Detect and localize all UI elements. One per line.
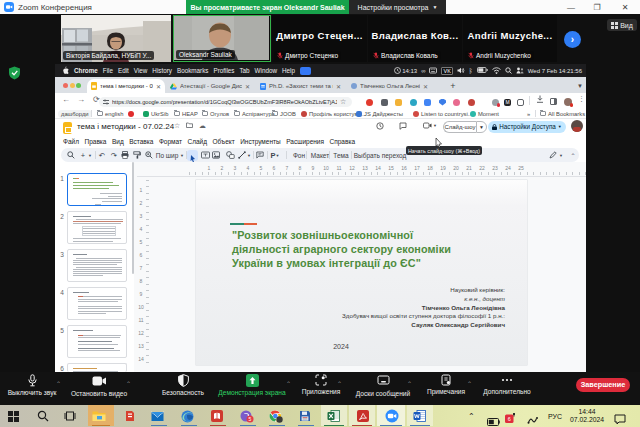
mac-menu-bookmarks[interactable]: Bookmarks	[177, 67, 209, 74]
tab-presentation[interactable]: тема і методики - 07.02.24 ✕	[87, 79, 165, 93]
acrobat-icon[interactable]	[355, 409, 370, 424]
ext-m-icon[interactable]: M	[504, 99, 511, 106]
share-settings-button[interactable]: Настройки Доступа ▼	[488, 121, 566, 134]
tab-close-icon[interactable]: ✕	[423, 83, 428, 90]
chrome-menu-icon[interactable]: ⋮	[578, 95, 585, 103]
mac-datetime[interactable]: Wed 7 Feb 14:21:56	[528, 68, 582, 74]
paint-format-icon[interactable]	[132, 148, 142, 162]
menu-slide[interactable]: Слайд	[187, 138, 207, 145]
bookmark-folder-aspirantura[interactable]: Аспірантура	[234, 110, 275, 118]
laser-chevron[interactable]: ▼	[558, 148, 564, 162]
tray-update-icon[interactable]: 6	[505, 410, 517, 427]
ext-keyboard-icon[interactable]	[381, 99, 388, 106]
comment-tool-icon[interactable]	[255, 148, 265, 162]
mac-wifi-icon[interactable]	[492, 67, 501, 75]
stop-video-button[interactable]: Остановить видео	[70, 374, 128, 397]
slide-year[interactable]: 2024	[326, 343, 356, 350]
bookmark-folder-english[interactable]: english	[97, 110, 123, 118]
slide-thumbnail-4[interactable]	[67, 287, 127, 320]
tray-link-icon[interactable]	[527, 411, 539, 427]
mac-menu-view[interactable]: View	[134, 67, 148, 74]
start-button[interactable]	[6, 409, 21, 424]
format-paint-dropdown[interactable]: Р▼	[269, 148, 281, 162]
new-slide-chevron[interactable]: ▼	[87, 148, 93, 162]
share-chevron[interactable]: ⌃	[286, 380, 291, 387]
viber-icon[interactable]: 5	[239, 409, 254, 424]
video-chevron[interactable]: ⌃	[126, 380, 131, 387]
mac-menu-chrome[interactable]: Chrome	[74, 67, 98, 74]
menu-file[interactable]: Файл	[63, 138, 79, 145]
slide-thumbnail-3[interactable]	[67, 249, 127, 282]
vk-icon[interactable]: VK	[441, 67, 452, 75]
zoom-chevron[interactable]: ▼	[179, 148, 185, 162]
tab-timchenko[interactable]: Тімченко Ольга Леонідівн ✕	[347, 79, 432, 93]
taskbar-red-app-icon[interactable]	[122, 409, 137, 424]
notes-chevron[interactable]: ⌃	[467, 380, 472, 387]
menu-view[interactable]: Вид	[112, 138, 124, 145]
filmstrip-scrollbar[interactable]	[132, 162, 135, 274]
chrome-taskbar-icon[interactable]	[268, 409, 283, 424]
meeting-security-shield-icon[interactable]	[8, 66, 21, 84]
mac-menu-history[interactable]: History	[152, 67, 172, 74]
mac-menu-file[interactable]: File	[103, 67, 113, 74]
participant-video-dmytro[interactable]: Дмитро Стецен... Дмитро Стеценко	[272, 15, 367, 62]
bookmark-folder-ogulov[interactable]: Огулов	[202, 110, 229, 118]
tab-search-chevron[interactable]: ▼	[575, 80, 585, 92]
undo-icon[interactable]: ↶	[97, 148, 107, 162]
all-bookmarks-button[interactable]: All Bookmarks	[540, 110, 585, 118]
line-tool-chevron[interactable]: ▼	[246, 148, 252, 162]
move-folder-icon[interactable]	[186, 122, 193, 129]
mute-button[interactable]: Выключить звук	[8, 374, 56, 396]
url-field[interactable]: https://docs.google.com/presentation/d/1…	[99, 97, 352, 107]
onenote-book-icon[interactable]	[209, 409, 224, 424]
slide-thumbnail-2[interactable]	[67, 211, 127, 244]
zoom-icon[interactable]	[144, 148, 154, 162]
slideshow-button[interactable]: Слайд-шоу	[443, 121, 476, 133]
new-tab-button[interactable]: +	[447, 80, 459, 92]
select-tool-active[interactable]	[187, 150, 198, 161]
downloads-icon[interactable]	[536, 95, 544, 106]
slide-thumbnail-5[interactable]	[67, 325, 127, 358]
image-tool-icon[interactable]	[211, 148, 221, 162]
share-screen-button[interactable]: Демонстрация экрана	[212, 374, 292, 396]
account-avatar[interactable]	[571, 120, 583, 132]
slide-canvas[interactable]: "Розвиток зовнішньоекономічноїдіяльності…	[196, 180, 527, 365]
mac-keyboard-icon[interactable]	[429, 67, 437, 75]
document-title[interactable]: тема і методики - 07.02.24	[77, 122, 174, 131]
ext-red-icon[interactable]	[468, 99, 475, 106]
star-document-icon[interactable]: ☆	[174, 122, 180, 130]
bookmark-folder-joob[interactable]: JOOB	[272, 110, 296, 118]
boards-chevron[interactable]: ⌃	[407, 380, 412, 387]
menu-extensions[interactable]: Расширения	[286, 138, 324, 145]
menu-help[interactable]: Справка	[330, 138, 356, 145]
bookmark-listen[interactable]: Listen to countrysi...	[413, 110, 473, 118]
restore-button[interactable]: ❐	[586, 0, 608, 14]
mac-bluetooth-icon[interactable]: ᛒ	[469, 67, 473, 74]
forward-icon[interactable]: →	[77, 95, 85, 104]
shape-tool-icon[interactable]	[225, 148, 235, 162]
collapse-menus-icon[interactable]: ⌃	[568, 148, 578, 162]
ext-clipboard-icon[interactable]	[517, 99, 524, 106]
print-icon[interactable]	[120, 148, 130, 162]
word-icon[interactable]	[412, 409, 427, 424]
security-button[interactable]: Безопасность	[157, 374, 209, 396]
view-settings-button[interactable]: Настройки просмотра▼	[349, 0, 446, 14]
sidebar-icon[interactable]	[550, 98, 557, 105]
mac-minimize-button[interactable]	[70, 83, 75, 88]
participant-video-andrii[interactable]: Andrii Muzyche... Andrii Muzychenko	[463, 15, 557, 62]
save-floppy-icon[interactable]	[297, 409, 312, 424]
textbox-tool-icon[interactable]	[200, 148, 210, 162]
edge-icon[interactable]	[180, 409, 195, 424]
ext-pencil-icon[interactable]	[395, 99, 402, 106]
meet-camera-icon[interactable]: ▼	[423, 122, 437, 129]
menu-insert[interactable]: Вставка	[129, 138, 153, 145]
task-view-icon[interactable]	[62, 409, 77, 424]
ext-badge-icon[interactable]	[492, 99, 499, 106]
close-button[interactable]: ✕	[614, 0, 636, 14]
bookmark-ukrsib[interactable]: UkrSib	[143, 110, 168, 118]
transition-button[interactable]: Выбрать переход	[353, 148, 407, 162]
gallery-view-button[interactable]: Вид	[607, 19, 637, 31]
next-participants-button[interactable]: ›	[564, 31, 581, 48]
search-menus-icon[interactable]	[66, 148, 76, 162]
tab-drive[interactable]: Атестації - Google Диск ✕	[166, 79, 254, 93]
